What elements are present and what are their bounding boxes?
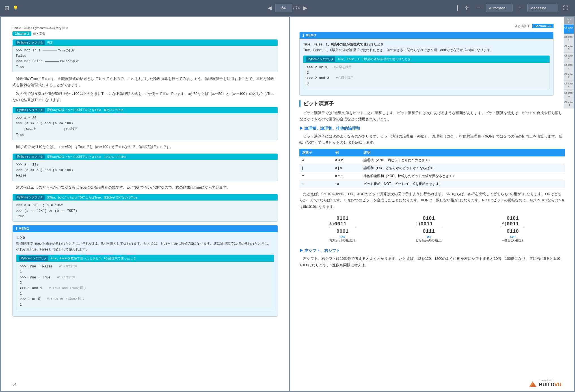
op-xor: ^ [299,172,332,180]
bit-operator-table: 演算子 例 説明 & a & b 論理積（AND、両ビットともに１のとき１） |… [299,149,565,188]
bulb-icon[interactable]: 💡 [13,5,18,11]
memo-header-1: ℹ MEMO [13,225,278,232]
ex-not: ~a [332,180,361,188]
bit-and-a: 0101 [329,215,355,221]
bit-and-result: 0001 [329,227,355,234]
memo-right-comment1: #左辺を採用 [334,65,351,70]
table-header-desc: 説明 [361,149,565,156]
desc-xor: 排他的論理和（XOR、比較したビットの値が異なるとき１） [361,172,565,180]
buildvu-brand: BUILDVU [539,382,561,388]
code-title-2: 変数aが50以上かつ100以下のときTrue、80なのでTrue [47,108,123,112]
sidebar-chapter-3[interactable]: Chapter3 [564,25,574,34]
memo1-comment4: # True or Falseと同じ [47,297,84,302]
page-right: 値と演算子 Section 3-2 ℹ MEMO True、False、1、0以… [290,17,574,391]
memo1-comment1: #1＋0で計算 [59,264,77,269]
table-row-xor: ^ a ^ b 排他的論理和（XOR、比較したビットの値が異なるとき１） [299,172,565,180]
sidebar-chapter-5[interactable]: Chapter5 [564,43,574,53]
memo-title-right: MEMO [306,33,316,37]
buildvu-logo-area: Created with BUILDVU [528,379,561,388]
bit-and-b-row: &) 0011 [329,221,355,227]
view-mode-select[interactable]: Magazine Single Page Scroll [527,4,557,12]
code-label-4: Pythonインタプリタ [16,195,45,200]
sidebar-chapter-10[interactable]: Chapter10 [564,90,574,99]
annotation-true-reverse: Trueの反対 [58,48,75,53]
page-navigation: ◀ / 74 ▶ [265,4,309,12]
ex-or: a | b [332,164,361,172]
main-container: Part 2 基礎：Pythonの基本構文を学ぶ Chapter 3 値と変数 … [0,16,575,392]
bit-xor-label: XOR [502,235,523,239]
sidebar-chapter-4[interactable]: Chapter4 [564,34,574,43]
body-text-3: 同じ式でaが110ならば、（a>=50）はTrueでも（a<=100）がFals… [12,144,278,150]
code-block-memo-right: Pythonインタプリタ True、False、1、0以外の値が論理式で使われた… [303,55,550,89]
grid-icon[interactable]: ⊞ [5,5,9,11]
sidebar-chapter-9[interactable]: Chapter9 [564,80,574,90]
zoom-in-button[interactable]: + [516,4,524,12]
toolbar: ⊞ 💡 ◀ / 74 ▶ ┃ ✛ − Automatic 50% 75% 100… [0,0,575,16]
page-total-label: / 74 [293,6,300,10]
bit-xor-sublabel: 一致しない桁は1 [502,239,523,243]
move-icon[interactable]: ✛ [462,4,471,12]
memo-body-1: １と0 数値処理でTrueとFalseが使われたときは、それぞれ1、0と同値とし… [13,232,278,316]
desc-or: 論理和（OR、どちらかのビットが１ならば１） [361,164,565,172]
zoom-select[interactable]: Automatic 50% 75% 100% 125% [486,4,513,12]
table-row-not: ~ ~a ビット反転（NOT、ビットの1、0を反転させます） [299,180,565,188]
code-line-4: True [16,64,274,70]
bit-or-a: 0101 [416,215,442,221]
bit-or-result: 0111 [416,227,442,234]
cursor-icon: ┃ [456,5,459,11]
table-row-or: | a | b 論理和（OR、どちらかのビットが１ならば１） [299,164,565,172]
code-line-3: >>> not False [16,59,43,64]
code-body-memo1: >>> True + False#1＋0で計算 1 >>> True + Tru… [16,262,274,310]
op-not: ~ [299,180,332,188]
code-label-memo1: Pythonインタプリタ [19,256,48,261]
prev-page-button[interactable]: ◀ [265,4,274,12]
chapter-badge: Chapter 3 [12,31,31,36]
sub-body-2: たとえば、0b0101のAND、OR、XORのビット演算は次の図で示すように行わ… [299,191,565,210]
sidebar-chapter-11[interactable]: Chapter11 [564,99,574,108]
bit-operator-heading: ビット演算子 [299,100,565,107]
memo-right-text: True、False、1、0以外の値が論理式で使われたとき、値の大きさに関わらず… [303,48,494,52]
code-title-memo1: True、Falseを数値で使ったときと0、1を論理式で使ったとき [51,256,136,261]
bit-and-b: 0011 [334,221,346,227]
code-title-1: 否定 [47,41,53,45]
memo-body-right: True、False、1、0以外の値が論理式で使われたとき True、False… [300,39,553,95]
memo-right-comment2: #右辺を採用 [336,76,353,81]
next-page-button[interactable]: ▶ [301,4,310,12]
bit-and-op: &) [329,222,334,226]
code-block-or: Pythonインタプリタ 変数a、bのどちらかが"OK"ならばTrue、変数bが… [12,194,278,222]
bit-xor-b: 0011 [507,221,519,227]
zoom-out-button[interactable]: − [474,3,483,13]
annotation-50up: 50以上 [26,127,36,132]
ex-xor: a ^ b [332,172,361,180]
code-body-1: >>> not True Trueの反対 False >>> not False… [13,46,278,72]
bit-xor-a: 0101 [502,215,523,221]
code-body-2: >>> a = 80 >>> (a >= 50) and (a <= 100) … [13,113,278,140]
sidebar-part2: Part2 [564,17,574,25]
bit-col-or: 0101 |) 0011 0111 OR どちらかが1の桁は1 [416,215,442,243]
sidebar-chapter-6[interactable]: Chapter6 [564,53,574,62]
code-title-4: 変数a、bのどちらかが"OK"ならばTrue、変数bが"OK"なのでTrue [47,195,137,200]
code-line-a80-3: True [16,132,274,138]
bit-xor-result: 0110 [502,227,523,234]
code-line-a80-2: >>> (a >= 50) and (a <= 100) [16,121,274,126]
table-header-op: 演算子 [299,149,332,156]
sub-heading-logic: 論理積、論理和、排他的論理和 [299,126,565,131]
sidebar-chapter-7[interactable]: Chapter7 [564,62,574,71]
annotation-100down: 100以下 [66,127,77,132]
code-annotations-a80: 50以上 100以下 [25,127,274,132]
page-number-input[interactable] [275,4,292,12]
bit-col-xor: 0101 ^) 0011 0110 XOR 一致しない桁は1 [502,215,523,243]
code-header-3: Pythonインタプリタ 変数aが50以上かつ100以下のときTrue、110な… [13,154,278,160]
bit-or-b-row: |) 0011 [416,221,442,227]
buildvu-text: Created with BUILDVU [539,379,561,388]
code-block-and-110: Pythonインタプリタ 変数aが50以上かつ100以下のときTrue、110な… [12,153,278,181]
code-body-memo-right: >>> 2 or 3#左辺を採用 2 >>> 2 and 3#右辺を採用 3 [303,63,550,89]
memo-subtitle-1: １と0 [16,236,25,240]
sub-body-1: ビット演算子には次のようなものがあります。ビット演算の論理積（AND）、論理和（… [299,133,565,146]
memo-title-1: MEMO [19,227,29,231]
fullscreen-button[interactable]: ⛶ [561,4,570,12]
toolbar-right: ┃ ✛ − Automatic 50% 75% 100% 125% + Maga… [456,3,570,13]
sidebar-chapter-8[interactable]: Chapter8 [564,71,574,80]
code-header-4: Pythonインタプリタ 変数a、bのどちらかが"OK"ならばTrue、変数bが… [13,194,278,201]
bit-body-1: ビット演算子では2進数の値をビットごとに演算します。ビット演算子には次にあげるよ… [299,110,565,123]
